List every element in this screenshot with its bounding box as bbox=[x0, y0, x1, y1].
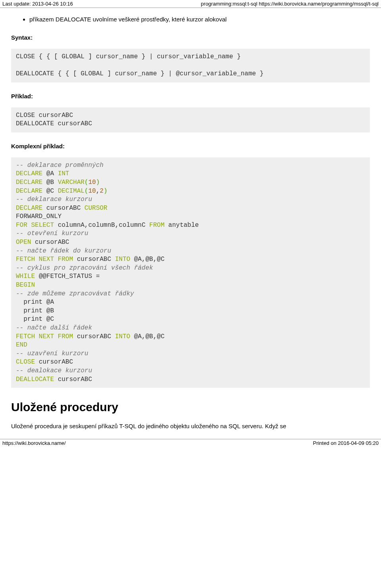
ident: cursorABC bbox=[77, 256, 111, 263]
stmt: print @B bbox=[16, 307, 54, 314]
ident: cursorABC bbox=[35, 239, 69, 246]
code-comment: -- dealokace kurzoru bbox=[16, 367, 92, 374]
table: anytable bbox=[168, 222, 199, 229]
kw-declare: DECLARE bbox=[16, 179, 42, 186]
type-varchar: VARCHAR bbox=[58, 179, 85, 186]
code-block-example: CLOSE cursorABC DEALLOCATE cursorABC bbox=[11, 107, 370, 132]
kw-from: FROM bbox=[149, 222, 164, 229]
paragraph: Uložené procedura je seskupení příkazů T… bbox=[11, 422, 370, 431]
kw-cursor: CURSOR bbox=[85, 205, 108, 212]
vars: @A,@B,@C bbox=[134, 256, 165, 263]
cond: @@FETCH_STATUS = bbox=[39, 273, 100, 280]
num: 10 bbox=[88, 179, 96, 186]
page-footer: https://wiki.borovicka.name/ Printed on … bbox=[0, 439, 381, 447]
footer-printed: Printed on 2016-04-09 05:20 bbox=[313, 440, 379, 446]
page-header: Last update: 2013-04-26 10:16 programmin… bbox=[0, 0, 381, 8]
ident: cursorABC bbox=[39, 358, 73, 366]
last-update: Last update: 2013-04-26 10:16 bbox=[2, 1, 73, 7]
header-path: programming:mssql:t-sql https://wiki.bor… bbox=[201, 1, 379, 7]
kw-declare: DECLARE bbox=[16, 170, 42, 177]
paren: ) bbox=[104, 188, 108, 195]
stmt: print @A bbox=[16, 299, 54, 306]
code-comment: -- cyklus pro zpracování všech řádek bbox=[16, 264, 153, 272]
type-int: INT bbox=[58, 170, 69, 177]
var: @A bbox=[46, 170, 54, 177]
num: 2 bbox=[100, 188, 104, 195]
bullet-list: příkazem DEALOCATE uvolníme veškeré pros… bbox=[11, 15, 370, 24]
num: 10 bbox=[88, 188, 96, 195]
ident: FORWARD_ONLY bbox=[16, 213, 62, 220]
ident: cursorABC bbox=[77, 333, 111, 340]
paren: ) bbox=[96, 179, 100, 186]
var: @C bbox=[46, 188, 54, 195]
code-comment: -- deklarace proměnných bbox=[16, 162, 104, 169]
type-decimal: DECIMAL bbox=[58, 188, 85, 195]
code-block-complex: -- deklarace proměnných DECLARE @A INT D… bbox=[11, 157, 370, 388]
ident: cursorABC bbox=[58, 376, 92, 383]
code-comment: -- načte řádek do kurzoru bbox=[16, 247, 111, 255]
kw-fetch: FETCH NEXT FROM bbox=[16, 256, 73, 263]
kw-fetch: FETCH NEXT FROM bbox=[16, 333, 73, 340]
section-heading: Uložené procedury bbox=[11, 400, 370, 414]
complex-example-label: Komplexní příklad: bbox=[11, 143, 370, 149]
code-comment: -- načte další řádek bbox=[16, 324, 92, 331]
footer-url: https://wiki.borovicka.name/ bbox=[2, 440, 66, 446]
kw-into: INTO bbox=[115, 333, 130, 340]
code-comment: -- uzavření kurzoru bbox=[16, 350, 88, 357]
kw-declare: DECLARE bbox=[16, 188, 42, 195]
kw-end: END bbox=[16, 341, 27, 349]
stmt: print @C bbox=[16, 316, 54, 323]
kw-into: INTO bbox=[115, 256, 130, 263]
kw-begin: BEGIN bbox=[16, 282, 35, 289]
vars: @A,@B,@C bbox=[134, 333, 165, 340]
ident: cursorABC bbox=[46, 205, 81, 212]
kw-select: SELECT bbox=[31, 222, 54, 229]
page-content: příkazem DEALOCATE uvolníme veškeré pros… bbox=[0, 15, 381, 431]
cols: columnA,columnB,columnC bbox=[58, 222, 146, 229]
code-comment: -- otevření kurzoru bbox=[16, 230, 88, 237]
syntax-label: Syntax: bbox=[11, 34, 370, 41]
code-comment: -- zde můžeme zpracovávat řádky bbox=[16, 290, 134, 297]
bullet-item: příkazem DEALOCATE uvolníme veškeré pros… bbox=[29, 15, 370, 24]
kw-for: FOR bbox=[16, 222, 27, 229]
kw-while: WHILE bbox=[16, 273, 35, 280]
code-comment: -- deklarace kurzoru bbox=[16, 196, 92, 203]
kw-declare: DECLARE bbox=[16, 205, 42, 212]
kw-close: CLOSE bbox=[16, 358, 35, 366]
kw-deallocate: DEALLOCATE bbox=[16, 376, 54, 383]
code-block-syntax: CLOSE { { [ GLOBAL ] cursor_name } | cur… bbox=[11, 49, 370, 82]
kw-open: OPEN bbox=[16, 239, 31, 246]
var: @B bbox=[46, 179, 54, 186]
example-label: Příklad: bbox=[11, 93, 370, 100]
